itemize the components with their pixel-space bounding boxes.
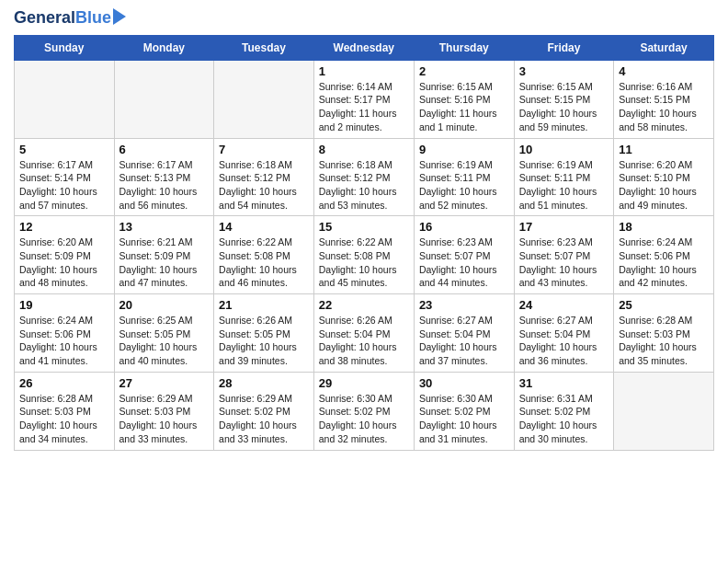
calendar-cell: 3Sunrise: 6:15 AMSunset: 5:15 PMDaylight… xyxy=(514,60,614,138)
day-number: 16 xyxy=(419,220,509,234)
calendar-cell xyxy=(15,60,115,138)
calendar-cell: 20Sunrise: 6:25 AMSunset: 5:05 PMDayligh… xyxy=(114,294,214,373)
calendar-cell: 21Sunrise: 6:26 AMSunset: 5:05 PMDayligh… xyxy=(214,294,314,373)
day-info: Sunrise: 6:27 AMSunset: 5:04 PMDaylight:… xyxy=(519,314,609,368)
calendar-week-5: 26Sunrise: 6:28 AMSunset: 5:03 PMDayligh… xyxy=(15,372,714,450)
calendar-table: SundayMondayTuesdayWednesdayThursdayFrid… xyxy=(14,35,714,451)
calendar-cell: 25Sunrise: 6:28 AMSunset: 5:03 PMDayligh… xyxy=(614,294,714,373)
calendar-week-1: 1Sunrise: 6:14 AMSunset: 5:17 PMDaylight… xyxy=(15,60,714,138)
calendar-cell: 11Sunrise: 6:20 AMSunset: 5:10 PMDayligh… xyxy=(614,138,714,216)
day-info: Sunrise: 6:29 AMSunset: 5:02 PMDaylight:… xyxy=(219,392,309,446)
day-number: 12 xyxy=(19,220,109,234)
day-info: Sunrise: 6:21 AMSunset: 5:09 PMDaylight:… xyxy=(119,236,210,290)
day-info: Sunrise: 6:24 AMSunset: 5:06 PMDaylight:… xyxy=(19,314,109,368)
day-info: Sunrise: 6:23 AMSunset: 5:07 PMDaylight:… xyxy=(419,236,509,290)
day-number: 8 xyxy=(319,143,409,156)
calendar-cell xyxy=(614,372,714,450)
calendar-cell: 16Sunrise: 6:23 AMSunset: 5:07 PMDayligh… xyxy=(414,216,514,294)
day-info: Sunrise: 6:18 AMSunset: 5:12 PMDaylight:… xyxy=(219,158,309,213)
day-info: Sunrise: 6:22 AMSunset: 5:08 PMDaylight:… xyxy=(319,236,409,290)
calendar-week-3: 12Sunrise: 6:20 AMSunset: 5:09 PMDayligh… xyxy=(15,216,714,294)
day-info: Sunrise: 6:22 AMSunset: 5:08 PMDaylight:… xyxy=(219,236,309,290)
day-info: Sunrise: 6:19 AMSunset: 5:11 PMDaylight:… xyxy=(519,158,609,213)
weekday-header-sunday: Sunday xyxy=(15,35,115,60)
calendar-cell: 31Sunrise: 6:31 AMSunset: 5:02 PMDayligh… xyxy=(514,372,614,450)
day-number: 29 xyxy=(319,376,409,390)
calendar-cell: 5Sunrise: 6:17 AMSunset: 5:14 PMDaylight… xyxy=(15,138,115,216)
day-info: Sunrise: 6:15 AMSunset: 5:15 PMDaylight:… xyxy=(519,80,609,134)
day-number: 21 xyxy=(219,298,309,312)
calendar-cell: 18Sunrise: 6:24 AMSunset: 5:06 PMDayligh… xyxy=(614,216,714,294)
day-info: Sunrise: 6:26 AMSunset: 5:05 PMDaylight:… xyxy=(219,314,309,368)
calendar-cell: 17Sunrise: 6:23 AMSunset: 5:07 PMDayligh… xyxy=(514,216,614,294)
calendar-cell: 8Sunrise: 6:18 AMSunset: 5:12 PMDaylight… xyxy=(313,138,414,216)
day-info: Sunrise: 6:27 AMSunset: 5:04 PMDaylight:… xyxy=(419,314,509,368)
day-number: 4 xyxy=(619,64,709,78)
day-number: 30 xyxy=(419,376,509,390)
calendar-cell: 22Sunrise: 6:26 AMSunset: 5:04 PMDayligh… xyxy=(313,294,414,373)
calendar-cell: 29Sunrise: 6:30 AMSunset: 5:02 PMDayligh… xyxy=(313,372,414,450)
day-number: 28 xyxy=(219,376,309,390)
day-number: 19 xyxy=(19,298,109,312)
calendar-cell: 26Sunrise: 6:28 AMSunset: 5:03 PMDayligh… xyxy=(15,372,115,450)
day-info: Sunrise: 6:25 AMSunset: 5:05 PMDaylight:… xyxy=(119,314,210,368)
day-info: Sunrise: 6:31 AMSunset: 5:02 PMDaylight:… xyxy=(519,392,609,446)
day-info: Sunrise: 6:16 AMSunset: 5:15 PMDaylight:… xyxy=(619,80,709,134)
day-number: 9 xyxy=(419,143,509,156)
day-number: 31 xyxy=(519,376,609,390)
day-info: Sunrise: 6:19 AMSunset: 5:11 PMDaylight:… xyxy=(419,158,509,213)
day-number: 17 xyxy=(519,220,609,234)
calendar-cell: 12Sunrise: 6:20 AMSunset: 5:09 PMDayligh… xyxy=(15,216,115,294)
logo-arrow-icon xyxy=(113,8,126,25)
calendar-cell: 19Sunrise: 6:24 AMSunset: 5:06 PMDayligh… xyxy=(15,294,115,373)
day-info: Sunrise: 6:15 AMSunset: 5:16 PMDaylight:… xyxy=(419,80,509,134)
day-number: 7 xyxy=(219,143,309,156)
day-number: 23 xyxy=(419,298,509,312)
weekday-header-friday: Friday xyxy=(514,35,614,60)
day-info: Sunrise: 6:29 AMSunset: 5:03 PMDaylight:… xyxy=(119,392,210,446)
day-number: 27 xyxy=(119,376,210,390)
calendar-cell: 13Sunrise: 6:21 AMSunset: 5:09 PMDayligh… xyxy=(114,216,214,294)
calendar-cell: 30Sunrise: 6:30 AMSunset: 5:02 PMDayligh… xyxy=(414,372,514,450)
day-number: 10 xyxy=(519,143,609,156)
day-info: Sunrise: 6:26 AMSunset: 5:04 PMDaylight:… xyxy=(319,314,409,368)
weekday-header-tuesday: Tuesday xyxy=(214,35,314,60)
calendar-week-2: 5Sunrise: 6:17 AMSunset: 5:14 PMDaylight… xyxy=(15,138,714,216)
day-info: Sunrise: 6:20 AMSunset: 5:09 PMDaylight:… xyxy=(19,236,109,290)
day-info: Sunrise: 6:23 AMSunset: 5:07 PMDaylight:… xyxy=(519,236,609,290)
weekday-header-monday: Monday xyxy=(114,35,214,60)
day-info: Sunrise: 6:14 AMSunset: 5:17 PMDaylight:… xyxy=(319,80,409,134)
calendar-cell: 2Sunrise: 6:15 AMSunset: 5:16 PMDaylight… xyxy=(414,60,514,138)
calendar-cell: 9Sunrise: 6:19 AMSunset: 5:11 PMDaylight… xyxy=(414,138,514,216)
day-info: Sunrise: 6:20 AMSunset: 5:10 PMDaylight:… xyxy=(619,158,709,213)
calendar-cell: 15Sunrise: 6:22 AMSunset: 5:08 PMDayligh… xyxy=(313,216,414,294)
weekday-header-row: SundayMondayTuesdayWednesdayThursdayFrid… xyxy=(15,35,714,60)
calendar-week-4: 19Sunrise: 6:24 AMSunset: 5:06 PMDayligh… xyxy=(15,294,714,373)
day-number: 5 xyxy=(19,143,109,156)
calendar-cell: 7Sunrise: 6:18 AMSunset: 5:12 PMDaylight… xyxy=(214,138,314,216)
day-number: 26 xyxy=(19,376,109,390)
day-number: 6 xyxy=(119,143,210,156)
page-header: GeneralBlue xyxy=(14,9,714,28)
day-number: 25 xyxy=(619,298,709,312)
calendar-cell: 10Sunrise: 6:19 AMSunset: 5:11 PMDayligh… xyxy=(514,138,614,216)
weekday-header-wednesday: Wednesday xyxy=(313,35,414,60)
day-info: Sunrise: 6:30 AMSunset: 5:02 PMDaylight:… xyxy=(419,392,509,446)
logo: GeneralBlue xyxy=(14,9,126,28)
day-info: Sunrise: 6:17 AMSunset: 5:13 PMDaylight:… xyxy=(119,158,210,213)
day-number: 15 xyxy=(319,220,409,234)
calendar-cell: 24Sunrise: 6:27 AMSunset: 5:04 PMDayligh… xyxy=(514,294,614,373)
day-number: 14 xyxy=(219,220,309,234)
weekday-header-thursday: Thursday xyxy=(414,35,514,60)
day-info: Sunrise: 6:28 AMSunset: 5:03 PMDaylight:… xyxy=(19,392,109,446)
day-info: Sunrise: 6:17 AMSunset: 5:14 PMDaylight:… xyxy=(19,158,109,213)
day-number: 3 xyxy=(519,64,609,78)
day-info: Sunrise: 6:24 AMSunset: 5:06 PMDaylight:… xyxy=(619,236,709,290)
calendar-cell xyxy=(114,60,214,138)
calendar-cell: 14Sunrise: 6:22 AMSunset: 5:08 PMDayligh… xyxy=(214,216,314,294)
logo-text: GeneralBlue xyxy=(14,9,111,28)
day-number: 24 xyxy=(519,298,609,312)
calendar-cell: 6Sunrise: 6:17 AMSunset: 5:13 PMDaylight… xyxy=(114,138,214,216)
day-number: 22 xyxy=(319,298,409,312)
calendar-cell: 1Sunrise: 6:14 AMSunset: 5:17 PMDaylight… xyxy=(313,60,414,138)
